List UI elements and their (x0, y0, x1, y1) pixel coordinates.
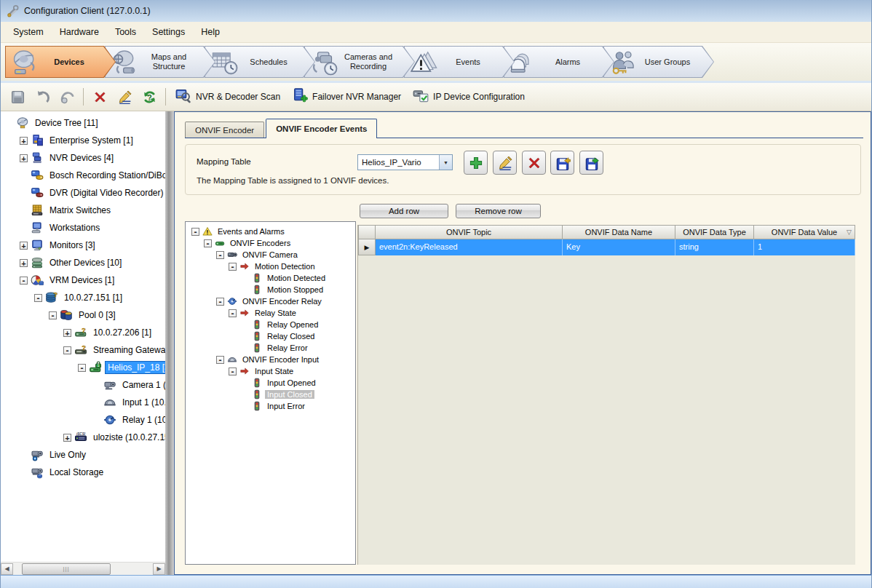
panel-splitter[interactable] (165, 111, 174, 575)
tree-item[interactable]: Relay Opened (186, 319, 355, 330)
minus-expander-icon[interactable]: - (216, 251, 224, 259)
tree-item[interactable]: Local Storage (1, 464, 165, 481)
chevron-down-icon[interactable]: ▼ (439, 155, 452, 170)
table-cell[interactable]: Key (563, 239, 675, 255)
tree-item[interactable]: Matrix Switches (1, 202, 165, 219)
tree-item[interactable]: Motion Detected (186, 272, 355, 284)
tab-onvif-encoder-events[interactable]: ONVIF Encoder Events (266, 119, 377, 138)
nav-tab-user-groups[interactable]: User Groups (603, 46, 714, 78)
tree-item[interactable]: -?Streaming Gateway/ (1, 341, 165, 359)
column-header[interactable]: ONVIF Data Name (563, 225, 675, 239)
load-mapping-table-button[interactable] (550, 151, 574, 175)
tree-item[interactable]: Relay Closed (186, 330, 355, 342)
refresh-button[interactable]: ? (138, 87, 160, 107)
undo-button[interactable] (31, 87, 53, 107)
minus-expander-icon[interactable]: - (63, 346, 71, 354)
table-cell[interactable]: 1 (754, 239, 855, 255)
column-header[interactable]: ONVIF Data Value▽ (754, 225, 855, 239)
tree-item[interactable]: -Input State (186, 365, 355, 377)
tree-item[interactable]: -Relay State (186, 307, 355, 319)
minus-expander-icon[interactable]: - (216, 356, 224, 364)
minus-expander-icon[interactable]: - (229, 309, 237, 317)
tree-item[interactable]: +Enterprise System [1] (1, 132, 165, 149)
tree-item[interactable]: -VRM Devices [1] (1, 271, 165, 289)
menu-help[interactable]: Help (193, 23, 228, 41)
minus-expander-icon[interactable]: - (216, 298, 224, 306)
nav-tab-cameras-and-recording[interactable]: Cameras and Recording (304, 46, 415, 78)
rename-mapping-table-button[interactable] (493, 151, 517, 175)
save-mapping-table-button[interactable] (579, 151, 603, 175)
column-header[interactable]: ONVIF Topic (376, 225, 563, 239)
menu-hardware[interactable]: Hardware (52, 23, 107, 41)
ip-device-configuration-button[interactable]: IP Device Configuration (408, 85, 532, 108)
tree-item[interactable]: +Other Devices [10] (1, 254, 165, 271)
tree-item[interactable]: DVR (Digital Video Recorder) (1, 184, 165, 202)
scroll-right-arrow-icon[interactable]: ▶ (153, 563, 165, 575)
tree-item[interactable]: Motion Stopped (186, 284, 355, 295)
tree-item[interactable]: +Monitors [3] (1, 237, 165, 254)
minus-expander-icon[interactable]: - (191, 228, 199, 236)
failover-nvr-manager-button[interactable]: Failover NVR Manager (288, 85, 408, 108)
delete-mapping-table-button[interactable] (522, 151, 546, 175)
plus-expander-icon[interactable]: + (20, 242, 28, 250)
tree-item[interactable]: Relay 1 (10.0. (1, 411, 165, 429)
table-cell[interactable]: string (675, 239, 754, 255)
scroll-left-arrow-icon[interactable]: ◀ (1, 563, 13, 575)
remove-row-button[interactable]: Remove row (456, 204, 541, 218)
plus-expander-icon[interactable]: + (63, 329, 71, 337)
menu-settings[interactable]: Settings (144, 23, 193, 41)
current-row-indicator-icon[interactable]: ▶ (358, 239, 376, 255)
nvr-decoder-scan-button[interactable]: NVR & Decoder Scan (171, 85, 288, 108)
scrollbar-thumb[interactable]: ||| (22, 563, 111, 575)
tab-onvif-encoder[interactable]: ONVIF Encoder (185, 122, 264, 138)
tree-item[interactable]: +?10.0.27.206 [1] (1, 324, 165, 341)
tree-item[interactable]: -ONVIF Encoder Relay (186, 295, 355, 307)
activate-button[interactable] (56, 87, 78, 107)
tree-item[interactable]: Live Only (1, 446, 165, 464)
minus-expander-icon[interactable]: - (78, 364, 86, 372)
tree-item[interactable]: +iSCSIuloziste (10.0.27.151 (1, 429, 165, 446)
tree-item[interactable]: Input Opened (186, 377, 355, 389)
nav-tab-events[interactable]: Events (404, 46, 515, 78)
minus-expander-icon[interactable]: - (204, 239, 212, 247)
tree-item[interactable]: -ONVIF Encoders (186, 237, 355, 249)
delete-button[interactable] (89, 87, 111, 107)
minus-expander-icon[interactable]: - (20, 277, 28, 285)
minus-expander-icon[interactable]: - (34, 294, 42, 302)
menu-system[interactable]: System (5, 23, 52, 41)
add-row-button[interactable]: Add row (360, 204, 448, 218)
table-row[interactable]: ▶event2n:KeyReleasedKeystring1 (358, 239, 855, 255)
nav-tab-maps-and-structure[interactable]: Maps and Structure (105, 46, 215, 78)
tree-item[interactable]: Input Closed (186, 389, 355, 400)
tree-item[interactable]: -Events and Alarms (186, 226, 355, 237)
tree-item[interactable]: +NVR Devices [4] (1, 149, 165, 167)
plus-expander-icon[interactable]: + (63, 434, 71, 442)
title-bar[interactable]: Configuration Client (127.0.0.1) (1, 0, 871, 22)
minus-expander-icon[interactable]: - (229, 263, 237, 271)
tree-item[interactable]: Input Error (186, 400, 355, 412)
tree-item[interactable]: -Pool 0 [3] (1, 306, 165, 324)
mapping-table-select[interactable]: Helios_IP_Vario ▼ (357, 154, 453, 170)
menu-tools[interactable]: Tools (107, 23, 144, 41)
table-cell[interactable]: event2n:KeyReleased (376, 239, 563, 255)
sort-indicator-icon[interactable]: ▽ (847, 229, 852, 236)
tree-item[interactable]: -Motion Detection (186, 261, 355, 272)
tree-item[interactable]: Workstations (1, 219, 165, 237)
horizontal-scrollbar[interactable]: ◀ ||| ▶ (1, 562, 165, 575)
tree-item[interactable]: -?10.0.27.151 [1] (1, 289, 165, 306)
plus-expander-icon[interactable]: + (20, 259, 28, 267)
add-mapping-table-button[interactable] (464, 151, 488, 175)
tree-item[interactable]: Device Tree [11] (1, 114, 165, 132)
tree-item[interactable]: -1Helios_IP_18 [3] (1, 359, 165, 376)
nav-tab-devices[interactable]: Devices (5, 46, 116, 78)
plus-expander-icon[interactable]: + (20, 137, 28, 145)
tree-item[interactable]: Input 1 (10.0. (1, 394, 165, 411)
rename-button[interactable] (114, 87, 135, 107)
tree-item[interactable]: Camera 1 (10 (1, 376, 165, 394)
nav-tab-schedules[interactable]: Schedules (205, 46, 315, 78)
tree-item[interactable]: Relay Error (186, 342, 355, 354)
nav-tab-alarms[interactable]: Alarms (504, 46, 614, 78)
save-button[interactable] (7, 87, 28, 107)
plus-expander-icon[interactable]: + (20, 154, 28, 162)
minus-expander-icon[interactable]: - (229, 368, 237, 376)
